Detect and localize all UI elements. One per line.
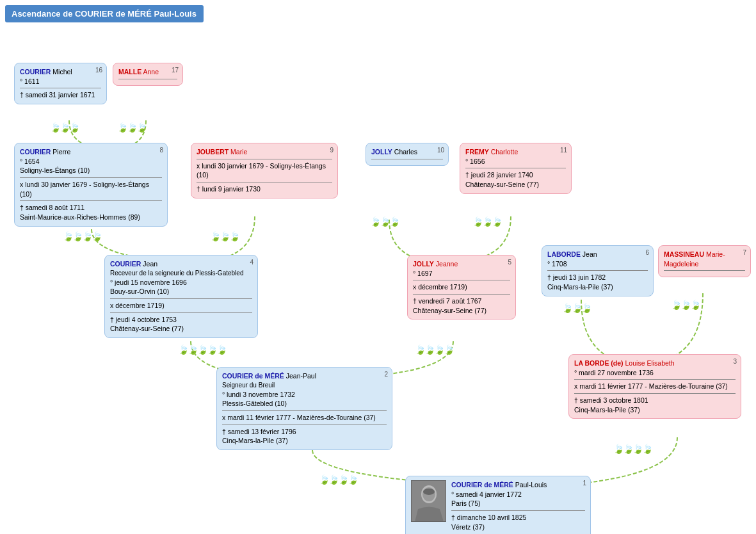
leaf-8-4: 🍃🍃🍃🍃 xyxy=(63,231,101,241)
tree-container: 16 COURIER Michel ° 1611 † samedi 31 jan… xyxy=(5,28,748,533)
person-card-2[interactable]: 2 COURIER de MÉRÉ Jean-Paul Seigneur du … xyxy=(216,367,392,450)
person-card-5[interactable]: 5 JOLLY Jeanne ° 1697 x décembre 1719) †… xyxy=(407,255,516,320)
person-card-11[interactable]: 11 FREMY Charlotte ° 1656 † jeudi 28 jan… xyxy=(460,143,572,194)
person-card-6[interactable]: 6 LABORDE Jean ° 1708 † jeudi 13 juin 17… xyxy=(542,245,654,296)
leaf-5-2: 🍃🍃🍃🍃 xyxy=(415,344,453,355)
person-card-3[interactable]: 3 LA BORDE (de) Louise Elisabeth ° mardi… xyxy=(568,354,741,419)
person-card-16[interactable]: 16 COURIER Michel ° 1611 † samedi 31 jan… xyxy=(14,63,107,104)
person-card-9[interactable]: 9 JOUBERT Marie x lundi 30 janvier 1679 … xyxy=(191,143,338,198)
person-card-7[interactable]: 7 MASSINEAU Marie-Magdeleine xyxy=(658,245,751,277)
person-card-4[interactable]: 4 COURIER Jean Receveur de la seigneurie… xyxy=(104,255,258,338)
leaf-17-8: 🍃🍃🍃 xyxy=(117,122,146,133)
leaf-9-4: 🍃🍃🍃 xyxy=(210,231,239,241)
leaf-3-1: 🍃🍃🍃🍃 xyxy=(613,444,652,454)
leaf-10-5: 🍃🍃🍃 xyxy=(370,216,399,227)
portrait-1 xyxy=(411,480,446,522)
svg-point-3 xyxy=(423,489,435,495)
person-card-1[interactable]: 1 COURIER de MÉRÉ Paul-Louis ° samedi 4 … xyxy=(405,476,591,534)
person-card-17[interactable]: 17 MALLE Anne xyxy=(113,63,183,86)
leaf-4-2: 🍃🍃🍃🍃🍃 xyxy=(178,344,226,355)
leaf-11-5: 🍃🍃🍃 xyxy=(472,216,501,227)
person-card-10[interactable]: 10 JOLLY Charles xyxy=(366,143,449,166)
leaf-7-3: 🍃🍃🍃 xyxy=(671,300,700,310)
person-card-8[interactable]: 8 COURIER Pierre ° 1654 Soligny-les-Étan… xyxy=(14,143,168,227)
leaf-16-8: 🍃🍃🍃 xyxy=(50,122,79,133)
page-title: Ascendance de COURIER de MÉRÉ Paul-Louis xyxy=(5,5,204,22)
leaf-6-3: 🍃🍃🍃 xyxy=(562,303,591,313)
leaf-2-1: 🍃🍃🍃🍃 xyxy=(319,474,357,485)
